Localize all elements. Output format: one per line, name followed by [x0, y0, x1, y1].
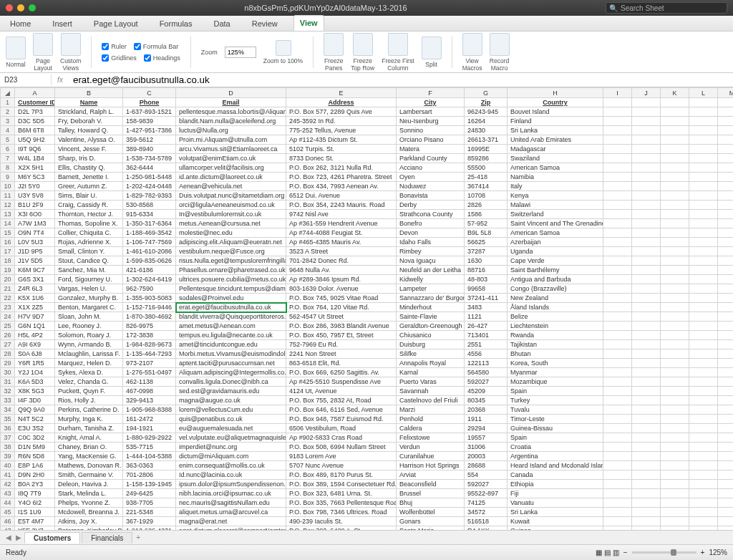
cell[interactable]: Ap #465-4385 Mauris Av.: [286, 238, 397, 247]
cell[interactable]: Neu-Isenburg: [397, 117, 465, 126]
cell[interactable]: 530-8568: [123, 201, 176, 210]
column-name[interactable]: Address: [286, 98, 397, 107]
row-header[interactable]: 16: [1, 238, 15, 247]
cell[interactable]: 803-1639 Dolor. Avenue: [286, 284, 397, 294]
cell[interactable]: 1-302-624-6419: [123, 275, 176, 284]
cell[interactable]: Fiji: [508, 489, 603, 498]
gridlines-checkbox[interactable]: Gridlines: [102, 54, 137, 62]
cell[interactable]: Velez, Chanda G.: [55, 377, 123, 387]
cell[interactable]: Perkins, Catherine D.: [55, 405, 123, 415]
cell[interactable]: ullamcorper.velit@facilisis.org: [176, 163, 286, 173]
cell[interactable]: Y2J 1O4: [15, 368, 55, 377]
cell[interactable]: Duisburg: [397, 340, 465, 349]
cell[interactable]: luctus@Nulla.org: [176, 126, 286, 135]
row-header[interactable]: 17: [1, 247, 15, 256]
cell[interactable]: 74125: [465, 498, 508, 508]
cell[interactable]: Bhuj: [397, 498, 465, 508]
cell[interactable]: 24830: [465, 126, 508, 135]
cell[interactable]: Harrison Hot Springs: [397, 461, 465, 470]
minimize-icon[interactable]: [17, 4, 24, 11]
cell[interactable]: P.O. Box 764, 120 Vitae Rd.: [286, 303, 397, 312]
cell[interactable]: Kuwait: [508, 517, 603, 526]
cell[interactable]: Myanmar: [508, 368, 603, 377]
tab-insert[interactable]: Insert: [47, 16, 78, 31]
col-header-G[interactable]: G: [465, 88, 508, 98]
cell[interactable]: 55500: [465, 163, 508, 173]
cell[interactable]: Morbi.metus.Vivamus@euismodindolor.co.uk: [176, 349, 286, 359]
cell[interactable]: Vanuatu: [508, 498, 603, 508]
tab-view[interactable]: View: [293, 15, 324, 31]
col-header-M[interactable]: M: [718, 88, 734, 98]
cell[interactable]: I4F 3D0: [15, 396, 55, 405]
cell[interactable]: X3I 6O0: [15, 210, 55, 219]
cell[interactable]: P.O. Box 508, 6994 Nullam Street: [286, 443, 397, 452]
cell[interactable]: 5102 Turpis. St.: [286, 145, 397, 154]
cell[interactable]: Fry, Deborah V.: [55, 117, 123, 126]
cell[interactable]: 37287: [465, 247, 508, 256]
cell[interactable]: metus.Aenean@cursusa.net: [176, 219, 286, 228]
cell[interactable]: 363-0363: [123, 461, 176, 470]
cell[interactable]: U3Y 5V8: [15, 191, 55, 201]
cell[interactable]: Ellis, Chastity Q.: [55, 163, 123, 173]
row-header[interactable]: 46: [1, 517, 15, 526]
cell[interactable]: Matera: [397, 145, 465, 154]
cell[interactable]: Pellentesque.tincidunt.tempus@diam.org: [176, 284, 286, 294]
cell[interactable]: amet.metus@Aenean.com: [176, 322, 286, 331]
cell[interactable]: 1911: [465, 415, 508, 424]
cell[interactable]: U5Q 9H2: [15, 135, 55, 145]
cell[interactable]: 26-427: [465, 322, 508, 331]
cell[interactable]: Parkland County: [397, 154, 465, 163]
cell[interactable]: 938-7705: [123, 498, 176, 508]
cell[interactable]: Bonavista: [397, 191, 465, 201]
split-icon[interactable]: [422, 37, 442, 59]
cell[interactable]: Ap #425-5510 Suspendisse Ave: [286, 377, 397, 387]
row-header[interactable]: 13: [1, 210, 15, 219]
cell[interactable]: H5L 4P2: [15, 331, 55, 340]
cell[interactable]: E3U 3S2: [15, 424, 55, 433]
cell[interactable]: tempus.eu.ligula@necante.co.uk: [176, 331, 286, 340]
cell[interactable]: Madagascar: [508, 145, 603, 154]
cell[interactable]: D2L 7P3: [15, 107, 55, 117]
cell[interactable]: Korea, South: [508, 359, 603, 368]
row-header[interactable]: 29: [1, 359, 15, 368]
row-header[interactable]: 5: [1, 135, 15, 145]
cell[interactable]: Swaziland: [508, 154, 603, 163]
cell[interactable]: orci@ligulaAeneaneuismod.co.uk: [176, 201, 286, 210]
cell[interactable]: E5T 4M7: [15, 517, 55, 526]
cell[interactable]: 172-3838: [123, 331, 176, 340]
cell[interactable]: Orciano Pisano: [397, 135, 465, 145]
cell[interactable]: 1-427-951-7386: [123, 126, 176, 135]
tab-home[interactable]: Home: [4, 16, 37, 31]
cell[interactable]: 1-538-734-5789: [123, 154, 176, 163]
cell[interactable]: 20003: [465, 452, 508, 461]
cell[interactable]: amet@tinciduntcongue.edu: [176, 340, 286, 349]
cell[interactable]: 8733 Donec St.: [286, 154, 397, 163]
cell[interactable]: 713401: [465, 331, 508, 340]
row-header[interactable]: 12: [1, 201, 15, 210]
cell[interactable]: American Samoa: [508, 228, 603, 238]
cell[interactable]: 1-355-903-5083: [123, 294, 176, 303]
cell[interactable]: Y6R 1R5: [15, 359, 55, 368]
cell[interactable]: Turkey: [508, 396, 603, 405]
cell[interactable]: Mathews, Donovan R.: [55, 461, 123, 470]
row-header[interactable]: 39: [1, 452, 15, 461]
cell[interactable]: 1-984-828-9673: [123, 340, 176, 349]
cell[interactable]: 3483: [465, 303, 508, 312]
cell[interactable]: 535-7715: [123, 443, 176, 452]
cell[interactable]: Puerto Varas: [397, 377, 465, 387]
cell[interactable]: P.O. Box 646, 6116 Sed, Avenue: [286, 405, 397, 415]
row-header[interactable]: 7: [1, 154, 15, 163]
row-header[interactable]: 36: [1, 424, 15, 433]
cell[interactable]: 221-5348: [123, 508, 176, 517]
row-header[interactable]: 3: [1, 117, 15, 126]
cell[interactable]: D3C 5D5: [15, 117, 55, 126]
cell[interactable]: 1-152-716-9446: [123, 303, 176, 312]
cell[interactable]: 29294: [465, 424, 508, 433]
cell[interactable]: Barnett, Jenette I.: [55, 173, 123, 182]
close-icon[interactable]: [6, 4, 13, 11]
cell[interactable]: Valentine, Alyssa O.: [55, 135, 123, 145]
tab-prev-icon[interactable]: ◀: [4, 534, 13, 541]
record-macro-icon[interactable]: [490, 33, 510, 56]
col-header-L[interactable]: L: [689, 88, 718, 98]
cell[interactable]: 592027: [465, 377, 508, 387]
